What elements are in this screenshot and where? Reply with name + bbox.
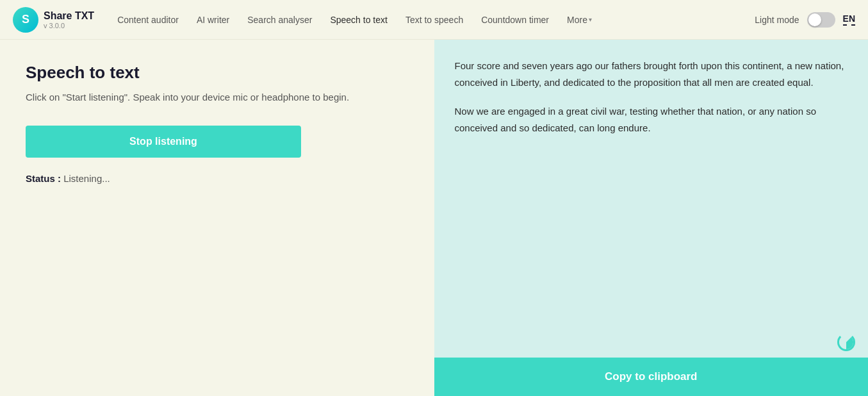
nav-search-analyser[interactable]: Search analyser <box>240 10 320 30</box>
app-version: v 3.0.0 <box>44 22 94 29</box>
chevron-down-icon: ▾ <box>589 16 592 23</box>
nav-links: Content auditor AI writer Search analyse… <box>110 10 755 30</box>
listening-indicator <box>837 333 855 351</box>
page-description: Click on "Start listening". Speak into y… <box>26 90 409 105</box>
status-line: Status : Listening... <box>26 173 409 184</box>
nav-speech-to-text[interactable]: Speech to text <box>322 10 395 30</box>
header-right: Light mode EN <box>755 12 855 28</box>
transcript-paragraph-2: Now we are engaged in a great civil war,… <box>455 103 848 136</box>
logo-text: Share TXT v 3.0.0 <box>44 10 94 29</box>
nav-ai-writer[interactable]: AI writer <box>189 10 237 30</box>
nav-more[interactable]: More ▾ <box>559 10 600 30</box>
status-value: Listening... <box>63 173 110 184</box>
transcript-paragraph-1: Four score and seven years ago our fathe… <box>455 58 848 90</box>
toggle-knob <box>808 13 821 26</box>
light-mode-toggle[interactable] <box>807 12 835 28</box>
nav-text-to-speech[interactable]: Text to speech <box>398 10 471 30</box>
left-panel: Speech to text Click on "Start listening… <box>0 40 434 396</box>
language-button[interactable]: EN <box>843 13 855 26</box>
logo-area: S Share TXT v 3.0.0 <box>13 7 94 33</box>
light-mode-label: Light mode <box>755 15 799 25</box>
stop-listening-button[interactable]: Stop listening <box>26 126 301 158</box>
status-label: Status : <box>26 173 61 184</box>
nav-more-label: More <box>567 15 587 25</box>
page-title: Speech to text <box>26 63 409 83</box>
app-name: Share TXT <box>44 10 94 22</box>
header: S Share TXT v 3.0.0 Content auditor AI w… <box>0 0 868 40</box>
nav-countdown-timer[interactable]: Countdown timer <box>473 10 557 30</box>
main-content: Speech to text Click on "Start listening… <box>0 40 868 396</box>
copy-to-clipboard-button[interactable]: Copy to clipboard <box>434 358 869 396</box>
transcript-area: Four score and seven years ago our fathe… <box>434 40 869 358</box>
right-panel: Four score and seven years ago our fathe… <box>434 40 869 396</box>
nav-content-auditor[interactable]: Content auditor <box>110 10 186 30</box>
logo-icon: S <box>13 7 38 33</box>
